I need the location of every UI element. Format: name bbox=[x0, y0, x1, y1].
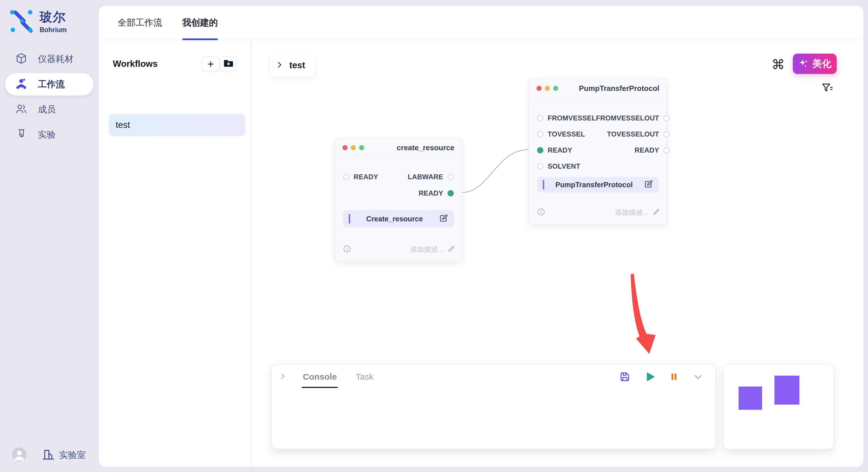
traffic-green-dot bbox=[553, 86, 558, 91]
minimap-node-pump-transfer bbox=[774, 376, 799, 405]
node-pump-transfer-protocol[interactable]: PumpTransferProtocol FROMVESSEL TOVESSEL… bbox=[528, 78, 668, 225]
command-icon: ⌘ bbox=[772, 57, 785, 72]
tab-created-by-me[interactable]: 我创建的 bbox=[182, 6, 218, 40]
node-footer: 添加描述... bbox=[537, 206, 660, 220]
port-label: READY bbox=[634, 146, 659, 154]
edit-icon[interactable] bbox=[644, 179, 653, 190]
traffic-green-dot bbox=[359, 145, 364, 150]
sidebar-item-experiments[interactable]: 实验 bbox=[5, 124, 94, 146]
info-icon[interactable] bbox=[537, 208, 545, 217]
node-action-button[interactable]: Create_resource bbox=[343, 210, 454, 227]
filter-button[interactable] bbox=[820, 81, 835, 96]
bohrium-logo-icon bbox=[9, 9, 33, 34]
workflow-person-icon bbox=[16, 78, 27, 91]
breadcrumb[interactable]: test bbox=[270, 54, 315, 76]
port-label: TOVESSEL bbox=[548, 130, 585, 138]
node-footer: 添加描述... bbox=[343, 243, 455, 256]
tab-task[interactable]: Task bbox=[355, 372, 373, 382]
edge-create-to-pump bbox=[462, 150, 528, 193]
sidebar-item-label: 仪器耗材 bbox=[38, 53, 73, 65]
sidebar-item-workflows[interactable]: 工作流 bbox=[5, 73, 94, 96]
description-placeholder[interactable]: 添加描述... bbox=[351, 245, 443, 254]
traffic-yellow-dot bbox=[545, 86, 550, 91]
output-port-fromvesselout[interactable] bbox=[663, 115, 670, 121]
console-panel: Console Task bbox=[271, 364, 716, 449]
input-port-ready[interactable] bbox=[537, 147, 544, 154]
node-header: create_resource bbox=[335, 138, 462, 158]
workflow-list-item-test[interactable]: test bbox=[109, 114, 245, 136]
logo-subtitle: Bohrium bbox=[40, 26, 67, 34]
logo-title: 玻尔 bbox=[40, 9, 67, 26]
save-button[interactable] bbox=[619, 371, 631, 382]
sidebar-item-instruments[interactable]: 仪器耗材 bbox=[5, 48, 94, 70]
sidebar-item-label: 工作流 bbox=[38, 78, 65, 90]
tab-console[interactable]: Console bbox=[303, 372, 337, 382]
annotation-arrow bbox=[631, 274, 656, 354]
import-workflow-button[interactable] bbox=[220, 57, 237, 71]
node-create-resource[interactable]: create_resource READY LABWARE READY bbox=[334, 138, 462, 262]
minimap-node-create-resource bbox=[739, 386, 762, 410]
sidebar-item-label: 实验 bbox=[38, 129, 56, 141]
workflows-panel: Workflows + test bbox=[99, 40, 251, 467]
node-action-button[interactable]: PumpTransferProtocol bbox=[537, 177, 659, 193]
output-port-ready[interactable] bbox=[663, 147, 670, 154]
sidebar: 玻尔 Bohrium 仪器耗材 bbox=[0, 0, 99, 472]
port-label: FROMVESSEL bbox=[548, 114, 596, 122]
command-palette-button[interactable]: ⌘ bbox=[770, 57, 786, 72]
port-label: SOLVENT bbox=[548, 162, 580, 170]
run-button[interactable] bbox=[644, 371, 656, 383]
plus-icon: + bbox=[208, 59, 214, 69]
port-label: READY bbox=[548, 146, 572, 154]
info-icon[interactable] bbox=[343, 245, 351, 254]
node-title: create_resource bbox=[364, 143, 454, 152]
members-icon bbox=[16, 103, 27, 116]
avatar[interactable] bbox=[12, 447, 26, 463]
port-label: TOVESSELOUT bbox=[607, 130, 659, 138]
sidebar-item-members[interactable]: 成员 bbox=[5, 98, 94, 121]
port-label: READY bbox=[418, 189, 443, 197]
add-workflow-button[interactable]: + bbox=[202, 57, 219, 71]
beautify-button[interactable]: 美化 bbox=[793, 54, 837, 74]
collapse-chevron-down-icon[interactable] bbox=[692, 371, 704, 383]
filter-funnel-icon bbox=[822, 82, 833, 95]
chevron-right-icon bbox=[276, 61, 283, 70]
tab-all-workflows[interactable]: 全部工作流 bbox=[118, 6, 162, 40]
node-title: PumpTransferProtocol bbox=[558, 84, 659, 93]
sidebar-item-label: 成员 bbox=[38, 103, 56, 115]
workflow-tabs: 全部工作流 我创建的 bbox=[99, 6, 863, 40]
edit-icon[interactable] bbox=[439, 214, 448, 224]
sparkles-icon bbox=[798, 58, 809, 70]
lab-switcher-label[interactable]: 实验室 bbox=[59, 449, 86, 461]
app-root: 玻尔 Bohrium 仪器耗材 bbox=[0, 0, 868, 472]
output-port-labware[interactable] bbox=[447, 174, 454, 180]
pause-button[interactable] bbox=[669, 371, 679, 382]
console-header: Console Task bbox=[272, 365, 716, 389]
box-icon bbox=[16, 53, 27, 65]
input-port-fromvessel[interactable] bbox=[537, 115, 544, 121]
description-placeholder[interactable]: 添加描述... bbox=[545, 208, 648, 217]
pencil-icon[interactable] bbox=[652, 208, 660, 217]
input-port-ready[interactable] bbox=[343, 174, 349, 180]
port-label: FROMVESSELOUT bbox=[596, 114, 659, 122]
traffic-red-dot bbox=[342, 145, 348, 150]
sidebar-nav: 仪器耗材 工作流 bbox=[5, 48, 94, 149]
building-icon bbox=[42, 448, 55, 462]
pencil-icon[interactable] bbox=[447, 245, 455, 254]
breadcrumb-label: test bbox=[289, 60, 305, 71]
input-port-tovessel[interactable] bbox=[537, 131, 544, 137]
folder-download-icon bbox=[224, 59, 234, 69]
traffic-yellow-dot bbox=[351, 145, 356, 150]
action-label: Create_resource bbox=[350, 215, 439, 223]
app-logo: 玻尔 Bohrium bbox=[9, 9, 67, 34]
test-tube-icon bbox=[16, 129, 27, 141]
output-port-ready[interactable] bbox=[447, 190, 454, 196]
port-label: READY bbox=[353, 173, 378, 181]
traffic-red-dot bbox=[536, 86, 541, 91]
workflows-title: Workflows bbox=[113, 59, 202, 69]
node-header: PumpTransferProtocol bbox=[529, 79, 667, 98]
input-port-solvent[interactable] bbox=[537, 163, 544, 169]
output-port-tovesselout[interactable] bbox=[663, 131, 670, 137]
minimap[interactable] bbox=[723, 364, 834, 449]
main-content: 全部工作流 我创建的 Workflows + bbox=[99, 6, 863, 467]
expand-chevron-right-icon[interactable] bbox=[279, 372, 287, 381]
